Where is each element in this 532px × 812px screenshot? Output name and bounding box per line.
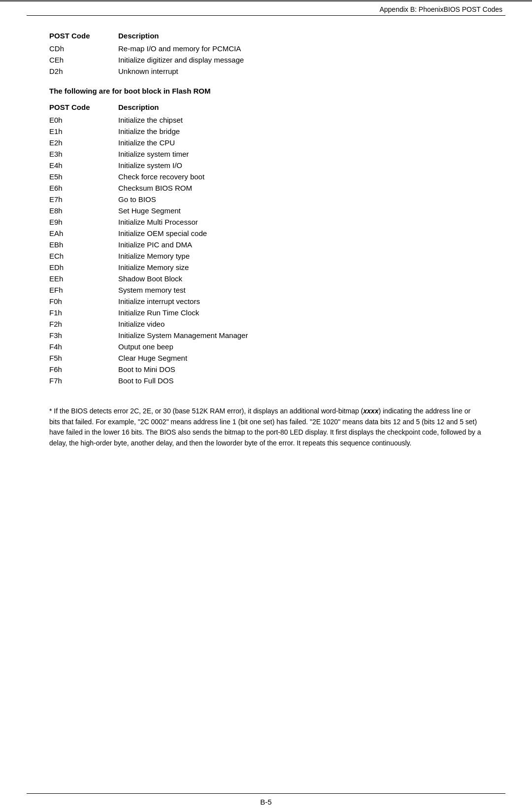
post-desc: Boot to Mini DOS	[118, 364, 483, 375]
post-code: CEh	[49, 54, 118, 66]
footer-page-number: B-5	[0, 794, 532, 812]
table-row: EFh System memory test	[49, 284, 483, 296]
table-row: E3h Initialize system timer	[49, 148, 483, 160]
table-row: F5h Clear Huge Segment	[49, 352, 483, 364]
post-code: F3h	[49, 330, 118, 341]
post-code: F1h	[49, 307, 118, 318]
table-row: EDh Initialize Memory size	[49, 262, 483, 273]
table-row: F3h Initialize System Management Manager	[49, 330, 483, 341]
post-desc: Initialize the chipset	[118, 114, 483, 126]
post-code: F4h	[49, 341, 118, 352]
post-code: E4h	[49, 160, 118, 171]
table-row: E5h Check force recovery boot	[49, 171, 483, 182]
post-code: ECh	[49, 250, 118, 262]
post-code: F0h	[49, 296, 118, 307]
initial-table-section: POST Code Description CDh Re-map I/O and…	[49, 31, 483, 77]
footnote-text: * If the BIOS detects error 2C, 2E, or 3…	[49, 406, 483, 449]
table-row: E7h Go to BIOS	[49, 194, 483, 205]
post-desc: Initialize System Management Manager	[118, 330, 483, 341]
table-row: F6h Boot to Mini DOS	[49, 364, 483, 375]
post-desc: Initialize system I/O	[118, 160, 483, 171]
post-desc: System memory test	[118, 284, 483, 296]
footnote-before: * If the BIOS detects error 2C, 2E, or 3…	[49, 407, 363, 415]
header-title: Appendix B: PhoenixBIOS POST Codes	[379, 5, 502, 13]
post-code: EDh	[49, 262, 118, 273]
flash-table-section: POST Code Description E0h Initialize the…	[49, 102, 483, 386]
post-code: F2h	[49, 318, 118, 330]
footnote-area: * If the BIOS detects error 2C, 2E, or 3…	[49, 406, 483, 449]
table-row: F7h Boot to Full DOS	[49, 375, 483, 386]
post-code: F5h	[49, 352, 118, 364]
post-code: D2h	[49, 66, 118, 77]
post-desc: Clear Huge Segment	[118, 352, 483, 364]
post-code: EBh	[49, 239, 118, 250]
initial-post-table: POST Code Description CDh Re-map I/O and…	[49, 31, 483, 77]
table-row: F2h Initialize video	[49, 318, 483, 330]
post-code: E5h	[49, 171, 118, 182]
initial-col1-header: POST Code	[49, 31, 118, 43]
content-area: POST Code Description CDh Re-map I/O and…	[0, 16, 532, 464]
post-code: E8h	[49, 205, 118, 216]
bottom-section: B-5	[0, 793, 532, 812]
table-row: E9h Initialize Multi Processor	[49, 216, 483, 228]
table-row: E0h Initialize the chipset	[49, 114, 483, 126]
post-code: EEh	[49, 273, 118, 284]
page-container: Appendix B: PhoenixBIOS POST Codes POST …	[0, 0, 532, 812]
table-row: E8h Set Huge Segment	[49, 205, 483, 216]
flash-rom-header: The following are for boot block in Flas…	[49, 87, 483, 95]
post-desc: Initialize system timer	[118, 148, 483, 160]
flash-col2-header: Description	[118, 102, 483, 114]
table-row: EAh Initialize OEM special code	[49, 228, 483, 239]
flash-post-table: POST Code Description E0h Initialize the…	[49, 102, 483, 386]
post-code: CDh	[49, 43, 118, 54]
post-desc: Initialize video	[118, 318, 483, 330]
table-row: F4h Output one beep	[49, 341, 483, 352]
post-code: E1h	[49, 126, 118, 137]
post-desc: Boot to Full DOS	[118, 375, 483, 386]
post-desc: Initialize OEM special code	[118, 228, 483, 239]
table-row: CDh Re-map I/O and memory for PCMCIA	[49, 43, 483, 54]
post-desc: Re-map I/O and memory for PCMCIA	[118, 43, 483, 54]
table-row: E2h Initialize the CPU	[49, 137, 483, 148]
table-row: F1h Initialize Run Time Clock	[49, 307, 483, 318]
post-code: E9h	[49, 216, 118, 228]
table-row: F0h Initialize interrupt vectors	[49, 296, 483, 307]
post-desc: Output one beep	[118, 341, 483, 352]
post-code: E7h	[49, 194, 118, 205]
post-desc: Initialize Memory type	[118, 250, 483, 262]
post-desc: Initialize interrupt vectors	[118, 296, 483, 307]
table-row: EBh Initialize PIC and DMA	[49, 239, 483, 250]
post-code: E2h	[49, 137, 118, 148]
post-code: E0h	[49, 114, 118, 126]
post-code: EFh	[49, 284, 118, 296]
flash-col1-header: POST Code	[49, 102, 118, 114]
post-code: F6h	[49, 364, 118, 375]
post-desc: Go to BIOS	[118, 194, 483, 205]
table-row: EEh Shadow Boot Block	[49, 273, 483, 284]
post-desc: Unknown interrupt	[118, 66, 483, 77]
post-desc: Checksum BIOS ROM	[118, 182, 483, 194]
post-desc: Initialize Run Time Clock	[118, 307, 483, 318]
post-code: EAh	[49, 228, 118, 239]
table-row: ECh Initialize Memory type	[49, 250, 483, 262]
table-row: E1h Initialize the bridge	[49, 126, 483, 137]
post-code: E6h	[49, 182, 118, 194]
table-row: E4h Initialize system I/O	[49, 160, 483, 171]
post-code: F7h	[49, 375, 118, 386]
table-row: D2h Unknown interrupt	[49, 66, 483, 77]
post-code: E3h	[49, 148, 118, 160]
page-header: Appendix B: PhoenixBIOS POST Codes	[0, 1, 532, 15]
post-desc: Initialize Multi Processor	[118, 216, 483, 228]
table-row: CEh Initialize digitizer and display mes…	[49, 54, 483, 66]
initial-col2-header: Description	[118, 31, 483, 43]
post-desc: Initialize the CPU	[118, 137, 483, 148]
post-desc: Check force recovery boot	[118, 171, 483, 182]
post-desc: Shadow Boot Block	[118, 273, 483, 284]
post-desc: Set Huge Segment	[118, 205, 483, 216]
post-desc: Initialize PIC and DMA	[118, 239, 483, 250]
post-desc: Initialize the bridge	[118, 126, 483, 137]
post-desc: Initialize digitizer and display message	[118, 54, 483, 66]
footnote-bold-italic: xxxx	[363, 407, 378, 415]
post-desc: Initialize Memory size	[118, 262, 483, 273]
table-row: E6h Checksum BIOS ROM	[49, 182, 483, 194]
